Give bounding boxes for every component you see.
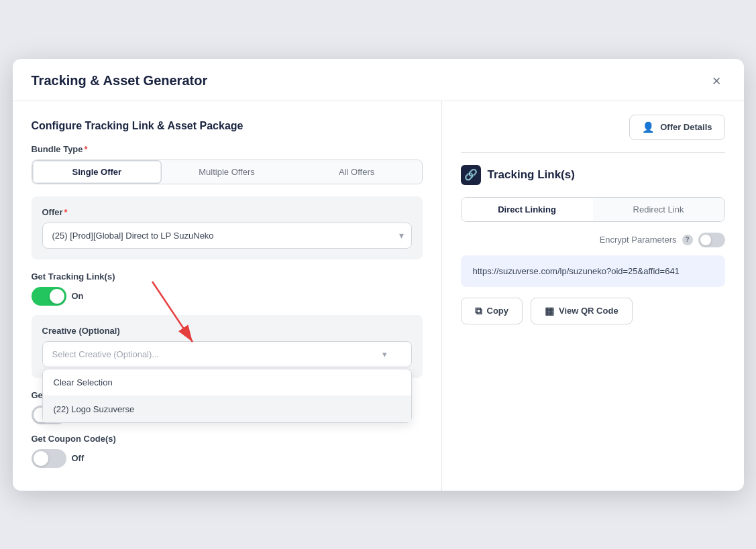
tracking-toggle-thumb [50, 289, 64, 304]
modal-body: Configure Tracking Link & Asset Package … [13, 101, 744, 491]
modal-container: Tracking & Asset Generator × Configure T… [13, 59, 744, 491]
copy-button[interactable]: ⧉ Copy [461, 298, 523, 324]
encrypt-label: Encrypt Parameters [600, 235, 677, 245]
offer-details-button[interactable]: 👤 Offer Details [629, 115, 724, 140]
user-icon: 👤 [642, 121, 655, 133]
qr-icon: ▦ [545, 305, 554, 317]
encrypt-row: Encrypt Parameters ? [461, 233, 725, 247]
tracking-link-title-text: Tracking Link(s) [488, 168, 575, 182]
left-panel: Configure Tracking Link & Asset Package … [13, 101, 442, 491]
bundle-all-offers[interactable]: All Offers [292, 160, 422, 184]
creative-card: Creative (Optional) Select Creative (Opt… [32, 315, 423, 378]
copy-label: Copy [487, 306, 509, 316]
coupon-toggle-thumb [34, 451, 48, 466]
bundle-multiple-offers[interactable]: Multiple Offers [162, 160, 292, 184]
qr-label: View QR Code [559, 306, 618, 316]
creative-dropdown-menu: Clear Selection (22) Logo Suzuverse [42, 369, 412, 423]
tracking-toggle-label: On [72, 291, 84, 301]
tracking-url-text: https://suzuverse.com/lp/suzuneko?oid=25… [473, 266, 680, 276]
tracking-links-label: Get Tracking Link(s) [32, 271, 423, 282]
tracking-toggle-track[interactable] [32, 287, 66, 306]
creative-dropdown-wrap: Select Creative (Optional)... ▾ Clear Se… [42, 341, 412, 367]
encrypt-toggle-thumb [700, 235, 711, 245]
coupon-section: Get Coupon Code(s) Off [32, 434, 423, 468]
coupon-label: Get Coupon Code(s) [32, 434, 423, 444]
modal-header: Tracking & Asset Generator × [13, 59, 744, 101]
dropdown-clear-selection[interactable]: Clear Selection [43, 369, 411, 396]
offer-select[interactable]: (25) [Prod][Global] Direct to LP SuzuNek… [42, 223, 412, 249]
bundle-single-offer[interactable]: Single Offer [32, 160, 162, 184]
bundle-type-label: Bundle Type* [32, 144, 423, 154]
tracking-link-title: 🔗 Tracking Link(s) [461, 165, 725, 185]
offer-card: Offer* (25) [Prod][Global] Direct to LP … [32, 196, 423, 259]
creative-field-label: Creative (Optional) [42, 326, 412, 336]
close-button[interactable]: × [708, 72, 725, 90]
tracking-links-section: Get Tracking Link(s) On [32, 271, 423, 306]
action-buttons: ⧉ Copy ▦ View QR Code [461, 298, 725, 324]
right-panel: 👤 Offer Details 🔗 Tracking Link(s) Direc… [442, 101, 744, 491]
tracking-url-box: https://suzuverse.com/lp/suzuneko?oid=25… [461, 255, 725, 287]
encrypt-info-icon[interactable]: ? [682, 235, 693, 245]
view-qr-code-button[interactable]: ▦ View QR Code [531, 298, 633, 324]
right-divider [461, 152, 725, 153]
creative-select-display[interactable]: Select Creative (Optional)... ▾ [42, 341, 412, 367]
coupon-toggle: Off [32, 449, 423, 468]
offer-select-wrap: (25) [Prod][Global] Direct to LP SuzuNek… [42, 223, 412, 249]
bundle-type-group: Single Offer Multiple Offers All Offers [32, 160, 423, 184]
offer-field-label: Offer* [42, 207, 412, 217]
creative-placeholder: Select Creative (Optional)... [52, 349, 160, 359]
section-title: Configure Tracking Link & Asset Package [32, 120, 423, 132]
tab-redirect-link[interactable]: Redirect Link [593, 198, 724, 221]
creative-chevron-icon: ▾ [382, 349, 387, 359]
dropdown-logo-suzuverse[interactable]: (22) Logo Suzuverse [43, 396, 411, 422]
offer-details-label: Offer Details [660, 122, 712, 132]
tracking-toggle: On [32, 287, 423, 306]
copy-icon: ⧉ [475, 305, 482, 317]
encrypt-toggle-track[interactable] [698, 233, 725, 247]
tab-direct-linking[interactable]: Direct Linking [462, 198, 593, 221]
coupon-toggle-track[interactable] [32, 449, 66, 468]
link-icon: 🔗 [461, 165, 481, 185]
modal-title: Tracking & Asset Generator [32, 73, 208, 88]
link-tabs: Direct Linking Redirect Link [461, 197, 725, 222]
coupon-toggle-label: Off [72, 453, 85, 463]
